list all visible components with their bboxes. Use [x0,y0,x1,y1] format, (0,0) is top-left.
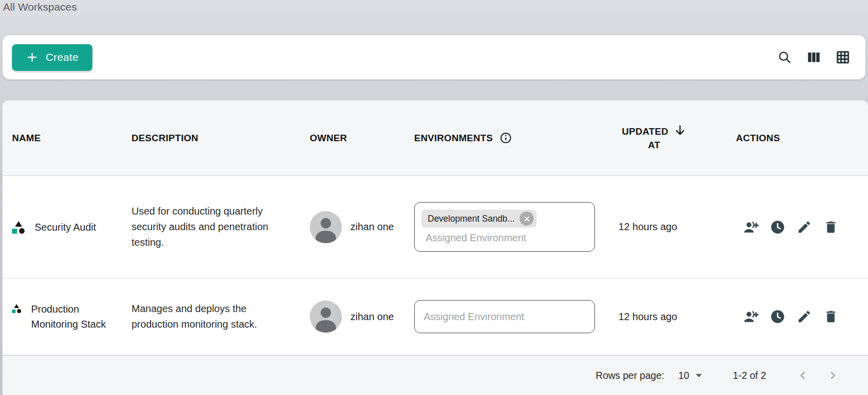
updated-at-value: 12 hours ago [607,311,723,323]
history-clock-icon[interactable] [770,309,785,324]
owner-cell: zihan one [310,211,414,243]
person-add-icon[interactable] [743,220,759,235]
row-actions [723,309,868,324]
plus-icon [26,51,38,63]
assigned-environment-select[interactable]: Assigned Environment [414,300,595,333]
toolbar: Create [3,35,865,79]
column-header-description: DESCRIPTION [132,133,310,144]
info-icon[interactable] [500,132,512,144]
dropdown-caret-icon [696,374,702,377]
workspace-name-cell: Security Audit [12,220,132,235]
owner-avatar [310,301,342,333]
next-page-icon[interactable] [826,369,839,382]
view-grid-icon[interactable] [835,50,850,65]
column-header-owner: OWNER [310,133,414,144]
environment-placeholder: Assigned Environment [424,311,524,323]
rows-per-page-label: Rows per page: [596,370,665,381]
workspace-description: Used for conducting quarterly security a… [132,204,310,250]
person-add-icon[interactable] [743,309,759,324]
create-button[interactable]: Create [12,44,92,71]
environment-placeholder: Assigned Environment [421,232,588,244]
owner-avatar [310,211,342,243]
updated-header-line2: AT [648,138,661,152]
table-row-production-monitoring-stack: Production Monitoring Stack Manages and … [3,278,868,355]
edit-pencil-icon[interactable] [797,220,812,235]
search-icon[interactable] [777,50,792,65]
row-actions [723,220,868,235]
owner-name: zihan one [350,221,394,233]
previous-page-icon[interactable] [796,369,809,382]
chip-remove-icon[interactable] [520,212,534,226]
pagination-range-label: 1-2 of 2 [733,370,766,381]
delete-trash-icon[interactable] [823,220,838,235]
history-clock-icon[interactable] [770,220,785,235]
edit-pencil-icon[interactable] [797,309,812,324]
table-row-security-audit: Security Audit Used for conducting quart… [3,176,868,278]
table-pagination-footer: Rows per page: 10 1-2 of 2 [3,355,868,395]
toolbar-icons [777,50,850,65]
rows-per-page-select[interactable]: 10 [678,370,702,381]
page-title: All Workspaces [3,1,77,13]
workspaces-table: NAME DESCRIPTION OWNER ENVIRONMENTS UPDA… [3,101,868,395]
environments-cell: Assigned Environment [414,300,607,333]
workspace-description: Manages and deploys the production monit… [132,301,310,332]
create-button-label: Create [46,51,78,63]
owner-name: zihan one [350,311,394,323]
updated-header-line1: UPDATED [622,125,669,138]
table-header-row: NAME DESCRIPTION OWNER ENVIRONMENTS UPDA… [3,101,868,176]
workspace-name: Security Audit [35,220,96,235]
workspace-icon [12,304,21,313]
assigned-environment-select[interactable]: Development Sandb... Assigned Environmen… [414,202,595,252]
environments-cell: Development Sandb... Assigned Environmen… [414,202,607,252]
sort-descending-arrow-icon [673,126,686,137]
owner-cell: zihan one [310,301,414,333]
updated-at-value: 12 hours ago [607,221,723,233]
rows-per-page-value: 10 [678,370,689,381]
column-header-name: NAME [12,133,132,144]
view-columns-icon[interactable] [806,50,821,65]
environments-header-label: ENVIRONMENTS [414,133,493,144]
environment-chip: Development Sandb... [421,210,537,228]
column-header-updated-at[interactable]: UPDATED AT [622,125,687,152]
workspace-name: Production Monitoring Stack [31,302,126,332]
workspace-icon [12,221,25,234]
workspace-name-cell: Production Monitoring Stack [12,302,132,332]
column-header-environments: ENVIRONMENTS [414,132,607,144]
environment-chip-label: Development Sandb... [428,214,515,224]
column-header-actions: ACTIONS [723,133,868,144]
delete-trash-icon[interactable] [823,309,838,324]
